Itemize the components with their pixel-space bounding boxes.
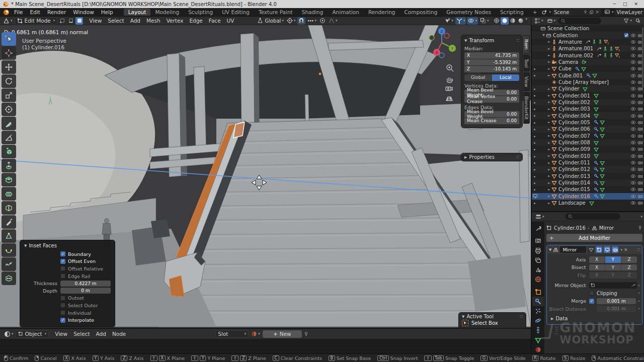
outliner-search-input[interactable] xyxy=(558,18,601,24)
offset-relative-checkbox[interactable] xyxy=(60,266,65,271)
scene-chevron[interactable]: ▾ xyxy=(549,10,551,14)
workspace-tab-sculpting[interactable]: Sculpting xyxy=(184,9,217,16)
properties-tab-tool[interactable] xyxy=(532,224,544,233)
viewport-menu-add[interactable]: Add xyxy=(127,18,143,24)
outliner-item-name[interactable]: Cylinder.002 xyxy=(558,100,590,105)
tool-scale-button[interactable] xyxy=(2,88,16,102)
breadcrumb-object[interactable]: Cylinder.016 xyxy=(554,225,586,231)
hide-eye-icon[interactable] xyxy=(630,200,636,206)
outliner-row-cylinder-001[interactable]: ►Cylinder.001 xyxy=(532,92,644,99)
disable-render-icon[interactable] xyxy=(637,166,643,172)
hide-eye-icon[interactable] xyxy=(630,153,636,159)
shader-menu-select[interactable]: Select xyxy=(70,331,93,337)
wrench-icon[interactable] xyxy=(594,127,599,132)
pose-icon[interactable] xyxy=(603,46,608,51)
shading-solid-button[interactable] xyxy=(501,17,509,25)
expand-arrow[interactable]: ► xyxy=(547,141,551,145)
outliner-filter-button[interactable]: ▾ xyxy=(622,17,633,25)
xray-toggle-button[interactable]: ▾ xyxy=(479,17,490,25)
boundary-checkbox[interactable]: ✓ xyxy=(60,251,65,256)
shading-wireframe-button[interactable] xyxy=(493,17,501,25)
wrench-icon[interactable] xyxy=(594,120,599,125)
meshdata-icon[interactable] xyxy=(600,173,605,178)
hide-eye-icon[interactable] xyxy=(630,66,636,71)
outliner-row-cylinder-015[interactable]: ►Cylinder.015 xyxy=(532,186,644,193)
vertex-mean-vertex-crease[interactable]: Mean Vertex Crease0.00 xyxy=(464,96,519,103)
collapse-chevron-icon[interactable]: ▼ xyxy=(464,39,467,43)
outliner-item-name[interactable]: Armature xyxy=(558,39,582,45)
outliner-item-name[interactable]: Cylinder.005 xyxy=(558,120,590,125)
properties-search-input[interactable] xyxy=(565,213,620,220)
scene-icon[interactable] xyxy=(541,9,547,15)
properties-tab-physics[interactable] xyxy=(532,316,544,325)
expand-arrow[interactable]: ► xyxy=(547,107,551,111)
tool-edge-slide-button[interactable] xyxy=(2,272,16,285)
outliner-item-name[interactable]: Cylinder xyxy=(558,86,579,92)
outliner-row-cylinder-005[interactable]: ►Cylinder.005 xyxy=(532,119,644,126)
outliner-item-name[interactable]: Cylinder.003 xyxy=(558,106,590,112)
workspace-tab-+[interactable]: + xyxy=(528,9,542,16)
sidebar-tab-blenderkit[interactable]: BlenderKit xyxy=(523,92,530,124)
disable-render-icon[interactable] xyxy=(637,194,643,199)
disable-render-icon[interactable] xyxy=(637,93,643,99)
bisect-x-button[interactable]: X xyxy=(589,264,605,271)
expand-arrow[interactable]: ► xyxy=(547,127,551,131)
meshdata-icon[interactable] xyxy=(594,93,599,98)
tool-select-box-button[interactable] xyxy=(2,32,16,46)
meshdata-icon[interactable] xyxy=(594,153,599,158)
outliner-row-armature-001[interactable]: ►Armature.0013 xyxy=(532,45,644,52)
hide-eye-icon[interactable] xyxy=(630,33,636,38)
mode-selector[interactable]: Edit Mode ▾ xyxy=(15,17,58,25)
drag-handle[interactable]: :::: xyxy=(636,247,640,252)
view-layer-chevron[interactable]: ▾ xyxy=(612,10,614,14)
object-visibility-button[interactable]: ▾ xyxy=(443,17,454,25)
workspace-tab-uv-editing[interactable]: UV Editing xyxy=(217,9,254,16)
workspace-tab-shading[interactable]: Shading xyxy=(297,9,328,16)
viewport-menu-vertex[interactable]: Vertex xyxy=(164,18,187,24)
edge-select-button[interactable] xyxy=(67,17,74,25)
tool-inset-faces-button[interactable] xyxy=(2,173,16,187)
outliner-row-cylinder-007[interactable]: ►Cylinder.007 xyxy=(532,133,644,139)
action-icon[interactable] xyxy=(597,46,602,51)
bisect-z-button[interactable]: Z xyxy=(621,264,637,271)
outliner-row-cube[interactable]: ►Cube xyxy=(532,65,644,72)
hide-eye-icon[interactable] xyxy=(630,86,636,92)
expand-arrow[interactable]: ► xyxy=(547,201,551,205)
data-expand-chevron[interactable]: ▶ xyxy=(551,317,553,321)
outliner-row-armature[interactable]: ►Armature3 xyxy=(532,39,644,45)
view-layer-icon[interactable] xyxy=(604,9,610,15)
median-y[interactable]: Y-5.5392 m xyxy=(464,59,519,66)
tri3-icon[interactable]: 3 xyxy=(615,46,620,51)
axis-x-button[interactable]: X xyxy=(589,256,605,263)
camdata-icon[interactable] xyxy=(582,59,587,64)
expand-arrow[interactable]: ► xyxy=(547,181,551,185)
new-scene-icon[interactable] xyxy=(589,10,594,15)
outliner-item-name[interactable]: Armature.002 xyxy=(558,53,593,58)
outliner-row-cylinder-016[interactable]: ►Cylinder.016 xyxy=(532,193,644,200)
outliner-row-armature-002[interactable]: ►Armature.0023 xyxy=(532,52,644,58)
outliner-row-camera[interactable]: ►Camera xyxy=(532,59,644,65)
meshdata-icon[interactable] xyxy=(600,180,605,186)
clipping-checkbox[interactable] xyxy=(589,291,594,296)
disable-render-icon[interactable] xyxy=(637,187,643,192)
tool-rotate-button[interactable] xyxy=(2,74,16,88)
shader-editor-canvas[interactable] xyxy=(0,339,531,353)
viewport-menu-mesh[interactable]: Mesh xyxy=(143,18,164,24)
outliner-row-cylinder-009[interactable]: ►Cylinder.009 xyxy=(532,146,644,152)
hide-eye-icon[interactable] xyxy=(630,140,636,145)
blender-menu-icon[interactable] xyxy=(3,9,10,16)
properties-options-chevron[interactable]: ▾ xyxy=(640,215,642,219)
expand-arrow[interactable]: ► xyxy=(547,174,551,178)
workspace-tab-texture-paint[interactable]: Texture Paint xyxy=(254,9,297,16)
hide-eye-icon[interactable] xyxy=(630,187,636,192)
drag-handle[interactable]: :::: xyxy=(519,314,523,319)
outliner-item-name[interactable]: Cylinder.012 xyxy=(558,166,590,172)
hide-eye-icon[interactable] xyxy=(630,160,636,165)
merge-value-field[interactable]: 0.001 m xyxy=(597,298,636,305)
viewport-menu-select[interactable]: Select xyxy=(105,18,127,24)
menu-file[interactable]: File xyxy=(11,9,27,15)
gizmos-toggle-button[interactable]: ▾ xyxy=(455,17,466,25)
transform-orientation-button[interactable]: Global ▾ xyxy=(256,17,284,25)
vertex-select-button[interactable] xyxy=(58,17,66,25)
collapse-chevron-icon[interactable]: ▼ xyxy=(24,244,27,248)
